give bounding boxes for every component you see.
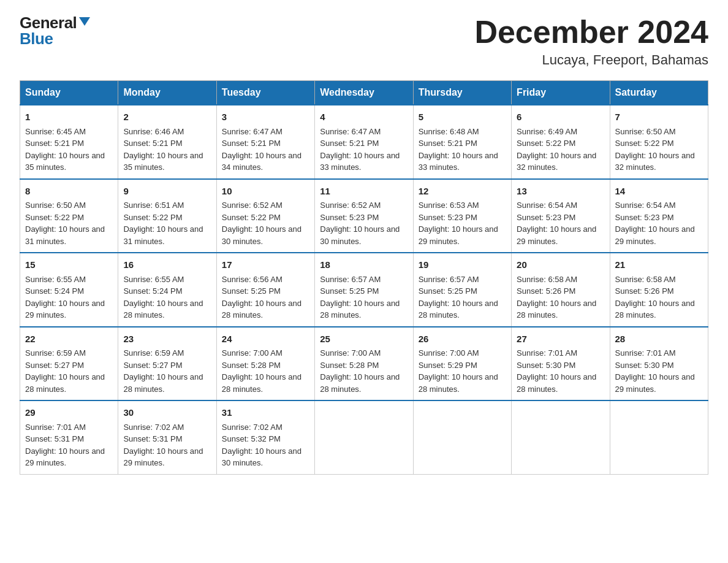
header-wednesday: Wednesday — [315, 81, 413, 105]
table-row: 11 Sunrise: 6:52 AMSunset: 5:23 PMDaylig… — [315, 179, 413, 253]
day-info: Sunrise: 6:55 AMSunset: 5:24 PMDaylight:… — [123, 275, 203, 320]
header-monday: Monday — [118, 81, 216, 105]
day-info: Sunrise: 6:58 AMSunset: 5:26 PMDaylight:… — [615, 275, 695, 320]
day-info: Sunrise: 6:50 AMSunset: 5:22 PMDaylight:… — [615, 127, 695, 172]
day-number: 23 — [123, 332, 211, 347]
table-row: 1 Sunrise: 6:45 AMSunset: 5:21 PMDayligh… — [20, 105, 118, 179]
logo-arrow-icon — [78, 15, 91, 28]
table-row: 3 Sunrise: 6:47 AMSunset: 5:21 PMDayligh… — [216, 105, 314, 179]
calendar-table: Sunday Monday Tuesday Wednesday Thursday… — [20, 80, 708, 475]
day-info: Sunrise: 6:53 AMSunset: 5:23 PMDaylight:… — [419, 201, 498, 246]
logo-general-text: General — [20, 15, 77, 31]
table-row: 8 Sunrise: 6:50 AMSunset: 5:22 PMDayligh… — [20, 179, 118, 253]
day-number: 20 — [517, 258, 604, 272]
day-number: 13 — [517, 185, 604, 199]
day-number: 9 — [123, 185, 211, 199]
day-info: Sunrise: 6:48 AMSunset: 5:21 PMDaylight:… — [419, 127, 498, 172]
day-info: Sunrise: 6:47 AMSunset: 5:21 PMDaylight:… — [222, 127, 301, 172]
weekday-header-row: Sunday Monday Tuesday Wednesday Thursday… — [20, 81, 708, 105]
day-number: 18 — [320, 258, 408, 272]
table-row: 7 Sunrise: 6:50 AMSunset: 5:22 PMDayligh… — [610, 105, 708, 179]
day-info: Sunrise: 6:58 AMSunset: 5:26 PMDaylight:… — [517, 275, 596, 320]
calendar-week-3: 15 Sunrise: 6:55 AMSunset: 5:24 PMDaylig… — [20, 253, 708, 327]
calendar-week-4: 22 Sunrise: 6:59 AMSunset: 5:27 PMDaylig… — [20, 327, 708, 401]
table-row: 30 Sunrise: 7:02 AMSunset: 5:31 PMDaylig… — [118, 400, 216, 474]
table-row: 24 Sunrise: 7:00 AMSunset: 5:28 PMDaylig… — [216, 327, 314, 401]
day-info: Sunrise: 6:45 AMSunset: 5:21 PMDaylight:… — [25, 127, 105, 172]
table-row: 10 Sunrise: 6:52 AMSunset: 5:22 PMDaylig… — [216, 179, 314, 253]
table-row: 5 Sunrise: 6:48 AMSunset: 5:21 PMDayligh… — [413, 105, 511, 179]
table-row: 17 Sunrise: 6:56 AMSunset: 5:25 PMDaylig… — [216, 253, 314, 327]
table-row — [315, 400, 413, 474]
day-number: 5 — [419, 110, 506, 124]
table-row: 21 Sunrise: 6:58 AMSunset: 5:26 PMDaylig… — [610, 253, 708, 327]
table-row: 20 Sunrise: 6:58 AMSunset: 5:26 PMDaylig… — [512, 253, 610, 327]
header-thursday: Thursday — [413, 81, 511, 105]
day-number: 11 — [320, 185, 408, 199]
table-row — [512, 400, 610, 474]
table-row: 22 Sunrise: 6:59 AMSunset: 5:27 PMDaylig… — [20, 327, 118, 401]
day-info: Sunrise: 6:51 AMSunset: 5:22 PMDaylight:… — [123, 201, 203, 246]
table-row: 15 Sunrise: 6:55 AMSunset: 5:24 PMDaylig… — [20, 253, 118, 327]
day-info: Sunrise: 6:54 AMSunset: 5:23 PMDaylight:… — [517, 201, 596, 246]
table-row: 18 Sunrise: 6:57 AMSunset: 5:25 PMDaylig… — [315, 253, 413, 327]
day-number: 12 — [419, 185, 506, 199]
table-row — [413, 400, 511, 474]
day-number: 27 — [517, 332, 604, 347]
day-info: Sunrise: 6:55 AMSunset: 5:24 PMDaylight:… — [25, 275, 105, 320]
day-number: 15 — [25, 258, 113, 272]
table-row: 31 Sunrise: 7:02 AMSunset: 5:32 PMDaylig… — [216, 400, 314, 474]
logo-blue-text: Blue — [20, 31, 53, 47]
header-tuesday: Tuesday — [216, 81, 314, 105]
header-sunday: Sunday — [20, 81, 118, 105]
day-number: 29 — [25, 406, 113, 420]
calendar-week-2: 8 Sunrise: 6:50 AMSunset: 5:22 PMDayligh… — [20, 179, 708, 253]
table-row: 19 Sunrise: 6:57 AMSunset: 5:25 PMDaylig… — [413, 253, 511, 327]
day-number: 28 — [615, 332, 703, 347]
day-number: 3 — [222, 110, 309, 124]
calendar-week-5: 29 Sunrise: 7:01 AMSunset: 5:31 PMDaylig… — [20, 400, 708, 474]
table-row: 28 Sunrise: 7:01 AMSunset: 5:30 PMDaylig… — [610, 327, 708, 401]
day-info: Sunrise: 6:52 AMSunset: 5:23 PMDaylight:… — [320, 201, 400, 246]
page-header: General Blue December 2024 Lucaya, Freep… — [20, 15, 708, 68]
logo: General Blue — [20, 15, 91, 47]
day-info: Sunrise: 7:02 AMSunset: 5:31 PMDaylight:… — [123, 423, 203, 468]
day-number: 24 — [222, 332, 309, 347]
day-number: 31 — [222, 406, 309, 420]
table-row: 14 Sunrise: 6:54 AMSunset: 5:23 PMDaylig… — [610, 179, 708, 253]
day-info: Sunrise: 7:00 AMSunset: 5:29 PMDaylight:… — [419, 348, 498, 394]
day-info: Sunrise: 6:46 AMSunset: 5:21 PMDaylight:… — [123, 127, 203, 172]
table-row — [610, 400, 708, 474]
table-row: 29 Sunrise: 7:01 AMSunset: 5:31 PMDaylig… — [20, 400, 118, 474]
table-row: 2 Sunrise: 6:46 AMSunset: 5:21 PMDayligh… — [118, 105, 216, 179]
day-number: 19 — [419, 258, 506, 272]
day-info: Sunrise: 7:02 AMSunset: 5:32 PMDaylight:… — [222, 423, 301, 468]
table-row: 27 Sunrise: 7:01 AMSunset: 5:30 PMDaylig… — [512, 327, 610, 401]
table-row: 26 Sunrise: 7:00 AMSunset: 5:29 PMDaylig… — [413, 327, 511, 401]
day-number: 8 — [25, 185, 113, 199]
svg-marker-0 — [79, 17, 90, 26]
day-info: Sunrise: 6:47 AMSunset: 5:21 PMDaylight:… — [320, 127, 400, 172]
table-row: 9 Sunrise: 6:51 AMSunset: 5:22 PMDayligh… — [118, 179, 216, 253]
day-number: 17 — [222, 258, 309, 272]
day-info: Sunrise: 6:57 AMSunset: 5:25 PMDaylight:… — [419, 275, 498, 320]
table-row: 12 Sunrise: 6:53 AMSunset: 5:23 PMDaylig… — [413, 179, 511, 253]
day-number: 2 — [123, 110, 211, 124]
day-info: Sunrise: 6:50 AMSunset: 5:22 PMDaylight:… — [25, 201, 105, 246]
day-number: 30 — [123, 406, 211, 420]
day-info: Sunrise: 6:52 AMSunset: 5:22 PMDaylight:… — [222, 201, 301, 246]
day-number: 7 — [615, 110, 703, 124]
day-number: 26 — [419, 332, 506, 347]
day-number: 25 — [320, 332, 408, 347]
table-row: 23 Sunrise: 6:59 AMSunset: 5:27 PMDaylig… — [118, 327, 216, 401]
table-row: 25 Sunrise: 7:00 AMSunset: 5:28 PMDaylig… — [315, 327, 413, 401]
header-saturday: Saturday — [610, 81, 708, 105]
day-info: Sunrise: 6:59 AMSunset: 5:27 PMDaylight:… — [123, 348, 203, 394]
day-info: Sunrise: 7:00 AMSunset: 5:28 PMDaylight:… — [320, 348, 400, 394]
header-friday: Friday — [512, 81, 610, 105]
calendar-week-1: 1 Sunrise: 6:45 AMSunset: 5:21 PMDayligh… — [20, 105, 708, 179]
table-row: 6 Sunrise: 6:49 AMSunset: 5:22 PMDayligh… — [512, 105, 610, 179]
day-info: Sunrise: 7:01 AMSunset: 5:30 PMDaylight:… — [517, 348, 596, 394]
day-number: 1 — [25, 110, 113, 124]
day-info: Sunrise: 6:49 AMSunset: 5:22 PMDaylight:… — [517, 127, 596, 172]
